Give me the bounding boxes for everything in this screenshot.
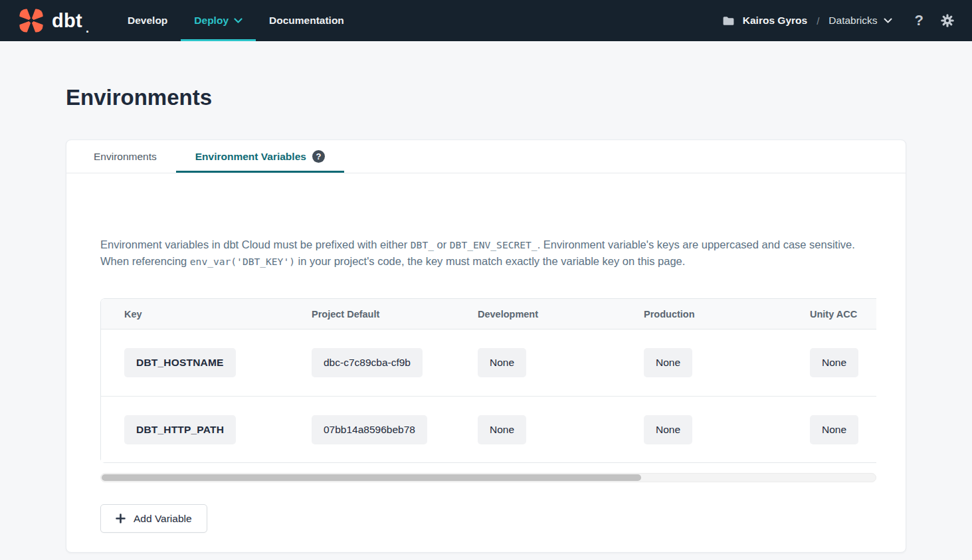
table-row: DBT_HOSTNAME dbc-c7c89cba-cf9b None None: [101, 329, 876, 396]
development-cell: None: [454, 415, 621, 444]
nav-item-develop[interactable]: Develop: [114, 0, 181, 41]
variable-value-chip[interactable]: None: [810, 348, 858, 377]
production-cell: None: [621, 415, 787, 444]
description-text: or: [434, 238, 450, 250]
column-header-key: Key: [101, 309, 288, 320]
variable-value-chip[interactable]: dbc-c7c89cba-cf9b: [312, 348, 423, 377]
plus-icon: [116, 513, 126, 523]
unity-acc-cell: None: [787, 415, 876, 444]
tab-label: Environment Variables: [195, 151, 306, 163]
variable-value-chip[interactable]: None: [644, 415, 692, 444]
variable-key-chip[interactable]: DBT_HTTP_PATH: [124, 415, 236, 444]
production-cell: None: [621, 348, 787, 377]
help-circle-icon[interactable]: ?: [312, 150, 325, 163]
tab-panel-environment-variables: Environment variables in dbt Cloud must …: [66, 236, 906, 533]
variables-table-viewport: Key Project Default Development Producti…: [100, 298, 876, 463]
page-title: Environments: [66, 85, 972, 110]
env-vars-description: Environment variables in dbt Cloud must …: [100, 236, 878, 270]
chevron-down-icon: [234, 18, 243, 24]
folder-icon: [722, 15, 735, 27]
brand-wordmark: dbt: [52, 10, 82, 32]
gear-icon[interactable]: [940, 13, 955, 28]
help-icon[interactable]: ?: [915, 12, 923, 29]
description-text: Environment variables in dbt Cloud must …: [100, 238, 411, 250]
connection-name: Databricks: [828, 15, 877, 27]
tab-label: Environments: [94, 151, 157, 163]
main-nav: Develop Deploy Documentation: [114, 0, 357, 41]
description-text: in your project's code, the key must mat…: [295, 255, 685, 267]
table-header-row: Key Project Default Development Producti…: [101, 299, 876, 329]
variable-value-chip[interactable]: None: [810, 415, 858, 444]
column-header-development: Development: [454, 309, 621, 320]
key-cell: DBT_HTTP_PATH: [101, 415, 288, 444]
project-default-cell: dbc-c7c89cba-cf9b: [288, 348, 454, 377]
code-snippet: DBT_: [411, 239, 434, 250]
development-cell: None: [454, 348, 621, 377]
table-row: DBT_HTTP_PATH 07bb14a8596beb78 None None: [101, 396, 876, 462]
navbar-right: Kairos Gyros / Databricks ?: [722, 0, 955, 41]
top-navbar: dbt . Develop Deploy Documentation Kairo…: [0, 0, 972, 41]
tab-environment-variables[interactable]: Environment Variables ?: [176, 140, 344, 173]
environments-card: Environments Environment Variables ? Env…: [66, 140, 906, 553]
dbt-logo-icon: [17, 6, 46, 35]
code-snippet: env_var('DBT_KEY'): [190, 256, 295, 267]
variables-table: Key Project Default Development Producti…: [100, 298, 876, 463]
code-snippet: DBT_ENV_SECRET_: [450, 239, 537, 250]
column-header-production: Production: [621, 309, 787, 320]
nav-item-label: Deploy: [194, 15, 229, 27]
key-cell: DBT_HOSTNAME: [101, 348, 288, 377]
main-content: Environments Environments Environment Va…: [0, 85, 972, 553]
tab-bar: Environments Environment Variables ?: [66, 140, 906, 173]
column-header-unity-acc: Unity ACC: [787, 309, 876, 320]
variable-key-chip[interactable]: DBT_HOSTNAME: [124, 348, 236, 377]
variable-value-chip[interactable]: None: [644, 348, 692, 377]
nav-item-label: Develop: [128, 15, 167, 27]
tab-environments[interactable]: Environments: [74, 140, 176, 173]
nav-item-label: Documentation: [269, 15, 344, 27]
add-variable-button[interactable]: Add Variable: [100, 504, 207, 533]
nav-item-deploy[interactable]: Deploy: [181, 0, 256, 41]
horizontal-scrollbar-track[interactable]: [100, 473, 876, 482]
breadcrumb-separator: /: [815, 15, 821, 27]
dbt-logo[interactable]: dbt .: [17, 0, 89, 41]
project-name[interactable]: Kairos Gyros: [743, 15, 807, 27]
environment-switcher[interactable]: Databricks: [828, 15, 892, 27]
variable-value-chip[interactable]: None: [478, 348, 526, 377]
project-default-cell: 07bb14a8596beb78: [288, 415, 454, 444]
chevron-down-icon: [884, 18, 892, 24]
variable-value-chip[interactable]: None: [478, 415, 526, 444]
brand-wordmark-dot: .: [86, 22, 89, 36]
variable-value-chip[interactable]: 07bb14a8596beb78: [312, 415, 427, 444]
horizontal-scrollbar-thumb[interactable]: [102, 474, 641, 481]
unity-acc-cell: None: [787, 348, 876, 377]
column-header-project-default: Project Default: [288, 309, 454, 320]
add-variable-label: Add Variable: [134, 513, 192, 525]
nav-item-documentation[interactable]: Documentation: [256, 0, 357, 41]
